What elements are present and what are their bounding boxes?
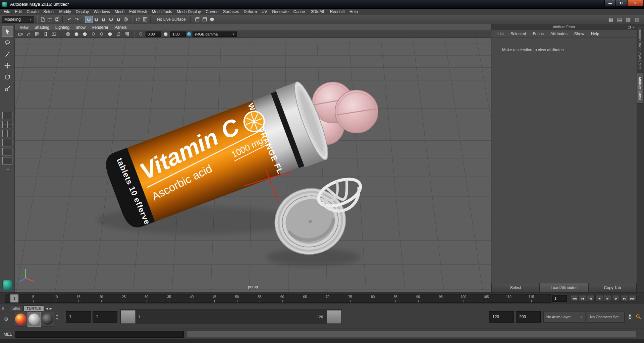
make-live-button[interactable]: [122, 16, 129, 23]
layout-more-button[interactable]: ⋯: [5, 167, 9, 172]
ipr-render-button[interactable]: [201, 16, 208, 23]
rotate-tool-button[interactable]: [2, 72, 13, 82]
palette-scroll-up-icon[interactable]: ▲: [56, 314, 58, 317]
layout-single-pane-button[interactable]: [2, 112, 12, 119]
step-back-frame-button[interactable]: ◀|: [587, 295, 595, 302]
menu-edit-mesh[interactable]: Edit Mesh: [127, 9, 149, 15]
menu-create[interactable]: Create: [24, 9, 41, 15]
new-scene-button[interactable]: [39, 16, 46, 23]
menu-windows[interactable]: Windows: [91, 9, 112, 15]
snap-to-curves-button[interactable]: [93, 16, 100, 23]
menu-select[interactable]: Select: [41, 9, 57, 15]
layout-three-pane-right-button[interactable]: [2, 157, 12, 164]
ae-menu-focus[interactable]: Focus: [529, 31, 547, 36]
open-scene-button[interactable]: [46, 16, 54, 23]
wireframe-display-button[interactable]: [64, 30, 72, 38]
palette-next-icon[interactable]: ▶: [50, 307, 52, 310]
menu-help[interactable]: Help: [347, 9, 360, 15]
scale-tool-button[interactable]: [2, 83, 13, 94]
anim-layer-dropdown[interactable]: No Anim Layer ▾: [543, 311, 585, 323]
ambient-occlusion-button[interactable]: [106, 30, 114, 38]
range-end-handle[interactable]: [327, 310, 341, 324]
playback-start-field[interactable]: 1: [93, 311, 117, 323]
tube-cap-object[interactable]: [268, 181, 353, 262]
palette-tab-pallet[interactable]: allet: [10, 305, 23, 311]
render-settings-button[interactable]: [208, 16, 216, 23]
snap-to-grids-button[interactable]: [85, 16, 93, 23]
palette-prev-icon[interactable]: ◀: [46, 307, 48, 310]
step-forward-key-button[interactable]: ▶|: [621, 295, 628, 302]
tab-attribute-editor[interactable]: Attribute Editor: [637, 73, 643, 104]
step-forward-frame-button[interactable]: |▶: [612, 295, 620, 302]
maximize-button[interactable]: [616, 0, 627, 6]
select-camera-button[interactable]: [17, 30, 24, 38]
paint-select-tool-button[interactable]: [2, 49, 13, 60]
tab-channel-box-layer-editor[interactable]: Channel Box / Layer Editor: [637, 24, 643, 73]
view-transform-dropdown[interactable]: sRGB gamma ▼: [193, 31, 237, 37]
time-slider[interactable]: 1 51015202530354045505560657075808590951…: [5, 294, 551, 303]
ae-menu-help[interactable]: Help: [588, 31, 603, 36]
range-start-handle[interactable]: [121, 310, 136, 324]
go-to-end-button[interactable]: ▶▶|: [629, 295, 637, 302]
lock-camera-button[interactable]: [25, 30, 33, 38]
exposure-field[interactable]: 0.00: [146, 31, 161, 37]
close-button[interactable]: ×: [627, 0, 643, 6]
command-language-toggle[interactable]: MEL: [0, 332, 15, 337]
current-time-marker[interactable]: 1: [10, 294, 18, 302]
textured-display-button[interactable]: [81, 30, 89, 38]
shadows-button[interactable]: [98, 30, 105, 38]
redo-button[interactable]: ↷: [73, 16, 80, 23]
render-current-frame-button[interactable]: [194, 16, 201, 23]
image-plane-button[interactable]: [50, 30, 58, 38]
menu-3dtoall[interactable]: -3DtoAll-: [307, 9, 328, 15]
snap-to-projected-center-button[interactable]: [107, 16, 115, 23]
menu-edit[interactable]: Edit: [12, 9, 24, 15]
material-swatch-2[interactable]: [28, 312, 41, 327]
menu-file[interactable]: File: [1, 9, 12, 15]
camera-attributes-button[interactable]: [34, 30, 41, 38]
sidebar-toggle-attribute-editor[interactable]: ▦: [607, 16, 614, 23]
snap-to-view-planes-button[interactable]: [115, 16, 122, 23]
character-set-button[interactable]: [626, 312, 634, 322]
layout-three-pane-left-button[interactable]: [2, 148, 12, 155]
menu-display[interactable]: Display: [73, 9, 91, 15]
shaded-display-button[interactable]: [73, 30, 80, 38]
select-button[interactable]: Select: [491, 283, 540, 292]
layout-two-pane-side-button[interactable]: [2, 130, 12, 137]
use-all-lights-button[interactable]: [90, 30, 97, 38]
step-back-key-button[interactable]: |◀: [579, 295, 586, 302]
viewport-3d[interactable]: tablets 10 efferves WITH ORANGE FLAVOR V…: [15, 38, 491, 292]
playback-end-field[interactable]: 120: [489, 311, 514, 323]
menu-mesh-display[interactable]: Mesh Display: [174, 9, 203, 15]
gamma-field[interactable]: 1.00: [170, 31, 186, 37]
undock-icon[interactable]: [628, 26, 631, 28]
material-swatch-3[interactable]: [41, 312, 54, 327]
panel-menu-panels[interactable]: Panels: [111, 25, 130, 30]
menu-curves[interactable]: Curves: [203, 9, 221, 15]
menu-surfaces[interactable]: Surfaces: [221, 9, 241, 15]
copy-tab-button[interactable]: Copy Tab: [588, 283, 637, 292]
panel-menu-renderer[interactable]: Renderer: [89, 25, 111, 30]
snap-to-points-button[interactable]: [100, 16, 107, 23]
layout-four-pane-button[interactable]: [2, 121, 12, 128]
menu-deform[interactable]: Deform: [241, 9, 259, 15]
gamma-button[interactable]: [162, 30, 169, 38]
character-set-dropdown[interactable]: No Character Set: [587, 311, 625, 323]
ae-menu-show[interactable]: Show: [571, 31, 588, 36]
select-tool-button[interactable]: [2, 26, 13, 37]
layout-two-pane-stacked-button[interactable]: [2, 139, 12, 146]
color-management-icon[interactable]: [187, 32, 192, 37]
ae-menu-selected[interactable]: Selected: [507, 31, 530, 36]
exposure-button[interactable]: [137, 30, 145, 38]
menu-generate[interactable]: Generate: [269, 9, 291, 15]
panel-menu-show[interactable]: Show: [72, 25, 89, 30]
ae-menu-attributes[interactable]: Attributes: [547, 31, 571, 36]
menuset-dropdown[interactable]: Modeling ▼: [2, 16, 34, 23]
menu-mesh[interactable]: Mesh: [112, 9, 127, 15]
bookmark-button[interactable]: [42, 30, 49, 38]
tablet-2[interactable]: [335, 90, 378, 133]
menu-cache[interactable]: Cache: [291, 9, 307, 15]
play-backwards-button[interactable]: ◀: [595, 295, 603, 302]
palette-menu-icon[interactable]: ≡: [2, 306, 4, 311]
save-scene-button[interactable]: [54, 16, 61, 23]
